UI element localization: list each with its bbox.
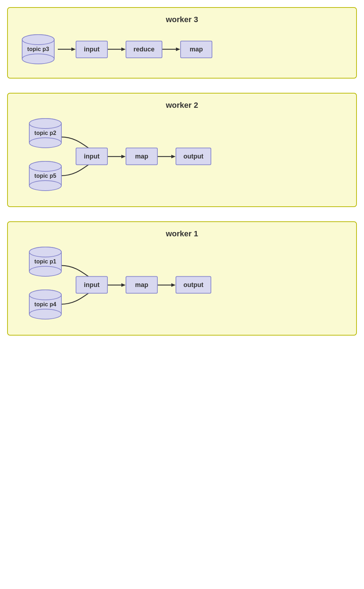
svg-marker-45: [121, 283, 126, 287]
worker1-flow: topic p1 topic p4 input: [19, 246, 345, 324]
svg-point-5: [22, 35, 54, 45]
topic-p1-cylinder: topic p1: [26, 246, 65, 278]
svg-marker-9: [121, 47, 126, 51]
svg-point-4: [22, 54, 54, 64]
worker2-output-node: output: [176, 148, 211, 165]
svg-marker-29: [171, 155, 176, 158]
worker2-map-node: map: [126, 148, 158, 165]
topic-p3-cylinder: topic p3: [19, 33, 58, 65]
svg-point-18: [29, 138, 61, 148]
worker2-flow: topic p2 topic p5 input: [19, 117, 345, 196]
svg-point-43: [29, 290, 61, 300]
worker3-reduce-node: reduce: [126, 41, 162, 58]
worker2-main-row: input map output: [76, 148, 211, 165]
topic-p5-label: topic p5: [34, 172, 56, 179]
arrow-1: [58, 44, 76, 55]
topic-p1-label: topic p1: [34, 258, 56, 265]
worker2-title: worker 2: [19, 101, 345, 110]
topic-p4-label: topic p4: [34, 301, 56, 308]
worker1-title: worker 1: [19, 229, 345, 238]
worker2-input-node: input: [76, 148, 108, 165]
worker1-main-row: input map output: [76, 276, 211, 294]
topic-p2-cylinder: topic p2: [26, 117, 65, 149]
main-diagram: worker 3 topic p3: [7, 7, 357, 336]
worker2-arrow1: [108, 151, 126, 162]
topic-p2-label: topic p2: [34, 130, 56, 136]
svg-marker-11: [176, 47, 180, 51]
worker1-arrow2: [158, 280, 176, 290]
svg-point-37: [29, 247, 61, 257]
worker1-arrow1: [108, 280, 126, 290]
worker3-input-node: input: [76, 41, 108, 58]
worker1-input-node: input: [76, 276, 108, 294]
worker2-arrow2: [158, 151, 176, 162]
worker3-title: worker 3: [19, 15, 345, 24]
worker1-box: worker 1 top: [7, 221, 357, 336]
worker3-box: worker 3 topic p3: [7, 7, 357, 79]
worker2-box: worker 2 top: [7, 93, 357, 207]
svg-marker-27: [121, 155, 126, 158]
worker3-flow: topic p3 input reduce: [19, 31, 345, 67]
svg-point-24: [29, 181, 61, 191]
worker1-output-node: output: [176, 276, 211, 294]
svg-point-42: [29, 309, 61, 319]
worker1-map-node: map: [126, 276, 158, 294]
worker3-map-node: map: [180, 41, 212, 58]
svg-point-19: [29, 119, 61, 129]
arrow-2: [108, 44, 126, 55]
topic-p4-cylinder: topic p4: [26, 288, 65, 321]
svg-marker-47: [171, 283, 176, 287]
topic-p3-label: topic p3: [27, 46, 49, 52]
arrow-3: [162, 44, 180, 55]
topic-p5-cylinder: topic p5: [26, 160, 65, 192]
svg-point-25: [29, 161, 61, 171]
svg-point-36: [29, 266, 61, 276]
svg-marker-7: [71, 47, 76, 51]
